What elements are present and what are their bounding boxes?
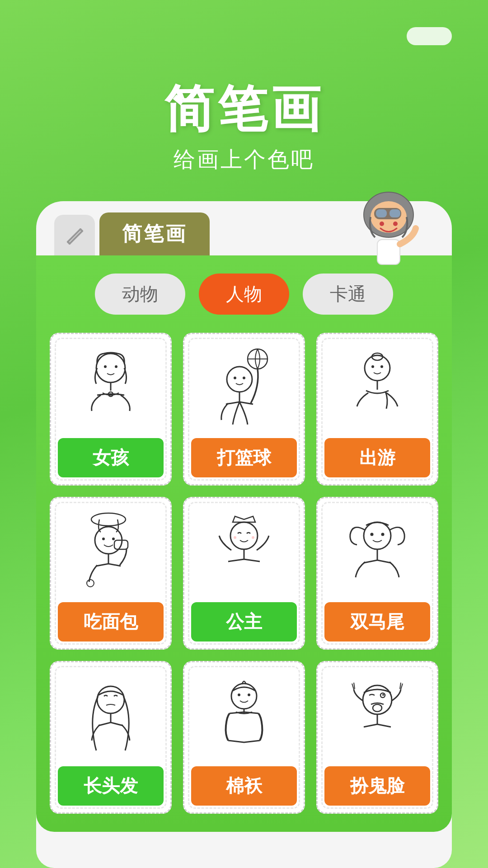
svg-point-25 <box>371 365 374 368</box>
svg-point-13 <box>104 365 107 368</box>
app-subtitle: 给画上个色吧 <box>164 145 324 174</box>
svg-point-30 <box>102 538 105 540</box>
card-longhair-img <box>61 671 160 762</box>
svg-point-19 <box>227 367 252 392</box>
svg-point-39 <box>364 522 391 549</box>
svg-point-47 <box>248 693 250 696</box>
card-basketball-label: 打篮球 <box>191 438 297 477</box>
svg-point-40 <box>371 533 374 536</box>
svg-line-53 <box>352 684 354 689</box>
svg-point-37 <box>252 536 254 539</box>
category-cartoon[interactable]: 卡通 <box>303 274 393 315</box>
card-princess-img <box>194 507 294 598</box>
cards-grid: 女孩 <box>50 333 438 814</box>
content-area: 动物 人物 卡通 <box>36 255 452 832</box>
category-animals[interactable]: 动物 <box>95 274 185 315</box>
card-princess[interactable]: 公主 <box>183 497 305 650</box>
svg-line-56 <box>400 683 401 689</box>
card-travel[interactable]: 出游 <box>316 333 438 486</box>
category-people[interactable]: 人物 <box>199 274 289 315</box>
card-bread-label: 吃面包 <box>58 602 164 642</box>
svg-point-23 <box>365 355 390 381</box>
svg-point-46 <box>238 693 240 696</box>
card-longhair-label: 长头发 <box>58 766 164 806</box>
svg-point-12 <box>96 354 125 382</box>
app-title: 简笔画 <box>164 81 324 136</box>
svg-point-51 <box>382 694 384 696</box>
card-longhair[interactable]: 长头发 <box>50 661 172 814</box>
svg-point-43 <box>97 686 124 713</box>
card-girl[interactable]: 女孩 <box>50 333 172 486</box>
card-sweater-label: 棉袄 <box>191 766 297 806</box>
card-twintails-img <box>328 507 427 598</box>
card-twintails[interactable]: 双马尾 <box>316 497 438 650</box>
status-pill <box>407 27 452 45</box>
mascot <box>343 188 434 278</box>
svg-point-52 <box>373 704 382 712</box>
svg-point-10 <box>393 222 398 226</box>
category-row: 动物 人物 卡通 <box>50 274 438 315</box>
card-funny[interactable]: 扮鬼脸 <box>316 661 438 814</box>
card-basketball[interactable]: 打篮球 <box>183 333 305 486</box>
card-travel-label: 出游 <box>324 438 430 477</box>
svg-point-41 <box>381 533 385 536</box>
card-girl-label: 女孩 <box>58 438 164 477</box>
svg-line-55 <box>401 684 403 689</box>
svg-point-24 <box>372 353 383 360</box>
card-funny-img <box>328 671 427 762</box>
svg-rect-11 <box>377 240 400 264</box>
pencil-tab[interactable] <box>54 215 95 255</box>
svg-point-36 <box>234 536 236 539</box>
active-tab[interactable]: 简笔画 <box>99 212 210 255</box>
svg-rect-8 <box>389 209 400 217</box>
svg-point-34 <box>87 580 94 587</box>
card-funny-label: 扮鬼脸 <box>324 766 430 806</box>
svg-point-26 <box>380 365 383 368</box>
card-twintails-label: 双马尾 <box>324 602 430 642</box>
card-bread-img <box>61 507 160 598</box>
svg-rect-7 <box>376 209 387 217</box>
card-basketball-img <box>194 343 294 434</box>
title-area: 简笔画 给画上个色吧 <box>164 81 324 174</box>
card-girl-img <box>61 343 160 434</box>
main-card: 简笔画 <box>36 201 452 868</box>
svg-line-54 <box>354 683 355 689</box>
svg-point-35 <box>230 522 258 549</box>
svg-point-9 <box>380 222 384 226</box>
card-princess-label: 公主 <box>191 602 297 642</box>
svg-point-28 <box>91 513 126 526</box>
tab-bar: 简笔画 <box>36 201 452 255</box>
card-sweater[interactable]: 棉袄 <box>183 661 305 814</box>
background: 简笔画 给画上个色吧 简笔画 <box>0 0 488 868</box>
card-sweater-img <box>194 671 294 762</box>
svg-point-20 <box>234 377 236 379</box>
card-bread[interactable]: 吃面包 <box>50 497 172 650</box>
svg-point-14 <box>115 365 117 368</box>
card-travel-img <box>328 343 427 434</box>
svg-point-21 <box>243 377 245 379</box>
svg-point-31 <box>112 538 115 540</box>
svg-line-3 <box>68 242 70 244</box>
